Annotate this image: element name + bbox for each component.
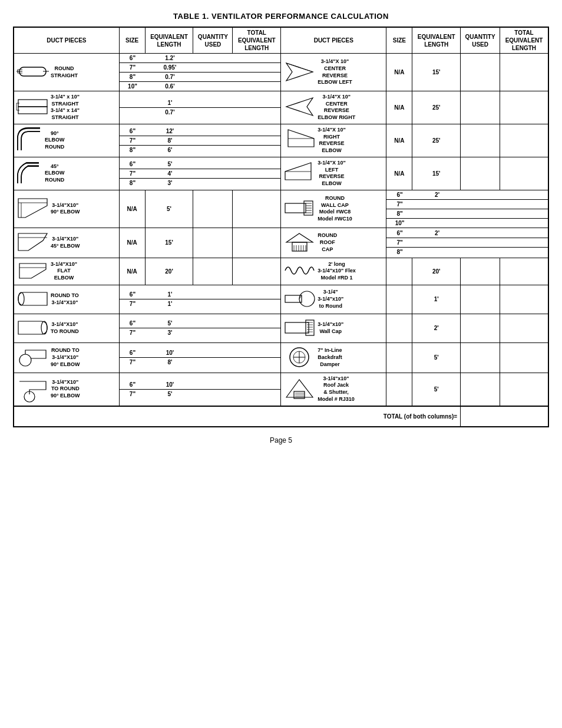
right-size: N/A [386,157,412,190]
left-eq-val: 20' [145,258,193,285]
right-icon [283,288,316,311]
right-qty [461,373,500,406]
right-eq-val: 5' [412,342,461,373]
right-piece-label: 3-1/4"3-1/4"x10"to Round [318,289,343,309]
left-size-val-combined: 6" 1.2' 7" 0.95' 8" 0.7' 10" 0.6' [119,54,280,91]
left-icon [16,317,49,340]
right-piece-label: 7" In-LineBackdraftDamper [318,347,342,368]
left-qty [193,190,233,228]
right-size: N/A [386,91,412,124]
right-eq-val: 15' [412,157,461,190]
right-icon [283,261,316,282]
header-size-right: SIZE [386,27,412,54]
left-qty [193,258,233,285]
left-eq-val: 15' [145,228,193,258]
left-icon [16,197,49,220]
left-piece-cell: 3-1/4"X10"TO ROUND [14,314,119,342]
total-row: TOTAL (of both columns)= [14,406,548,427]
left-eq-val: 5' [145,190,193,228]
left-piece-label: 3-1/4"X10"FLATELBOW [51,261,77,282]
svg-marker-28 [18,233,47,251]
right-total [500,342,548,373]
svg-rect-9 [18,107,47,114]
left-piece-cell: 3-1/4"X10"45° ELBOW [14,228,119,258]
left-icon [16,95,49,120]
svg-marker-13 [286,98,313,116]
right-total [500,124,548,157]
right-eq-val: 25' [412,124,461,157]
svg-marker-6 [286,63,313,81]
right-icon [283,230,316,255]
right-icon [283,377,316,401]
right-piece-label: ROUNDWALL CAPModel #WC8Model #WC10 [318,195,352,223]
left-size-val-combined: 6" 5' 7" 4' 8" 3' [119,157,280,190]
left-piece-cell: 3-1/4" x 10"STRAIGHT3-1/4" x 14"STRAIGHT [14,91,119,124]
right-qty [461,54,500,91]
right-total [500,91,548,124]
right-piece-cell: 3-1/4"X 10"CENTERREVERSEELBOW LEFT [281,54,386,91]
svg-marker-58 [286,380,313,397]
left-piece-cell: 90°ELBOWROUND [14,124,119,157]
left-qty [193,228,233,258]
right-icon [283,161,316,186]
right-eq-val: 15' [412,54,461,91]
right-piece-cell: 3-1/4"X 10"RIGHTREVERSEELBOW [281,124,386,157]
left-icon [16,377,49,401]
svg-point-40 [18,292,24,305]
right-total [500,373,548,406]
right-total [500,314,548,342]
header-duct-pieces-right: DUCT PIECES [281,27,386,54]
right-size [386,342,412,373]
left-piece-label: 3-1/4"X10"TO ROUND90° ELBOW [51,379,80,400]
left-piece-label: 3-1/4"X10"45° ELBOW [51,236,80,249]
left-piece-cell: ROUNDSTRAIGHT [14,54,119,91]
header-qty-right: QUANTITY USED [461,27,500,54]
left-total [233,228,281,258]
total-value-cell [461,406,548,427]
left-size: N/A [119,258,145,285]
right-qty [461,342,500,373]
right-piece-cell: 3-1/4"X 10"LEFTREVERSEELBOW [281,157,386,190]
left-piece-label: ROUND TO3-1/4"X10" [51,292,79,306]
right-piece-cell: 2' long3-1/4"x10" FlexModel #RD 1 [281,258,386,285]
right-size: N/A [386,54,412,91]
left-size-val-combined: 1' 0.7' [119,91,280,124]
left-piece-cell: ROUND TO3-1/4"X10"90° ELBOW [14,342,119,373]
performance-table: DUCT PIECES SIZE EQUIVALENT LENGTH QUANT… [13,27,549,427]
right-qty [461,258,500,285]
svg-marker-38 [19,263,46,278]
right-icon [283,317,316,340]
left-piece-cell: 3-1/4"X10"TO ROUND90° ELBOW [14,373,119,406]
left-piece-cell: 3-1/4"X10"FLATELBOW [14,258,119,285]
left-size: N/A [119,190,145,228]
left-size: N/A [119,228,145,258]
right-piece-cell: 3-1/4"X 10"CENTERREVERSEELBOW RIGHT [281,91,386,124]
left-piece-cell: 45°ELBOWROUND [14,157,119,190]
svg-marker-18 [18,199,47,218]
left-size-val-combined: 6" 5' 7" 3' [119,314,280,342]
svg-rect-8 [18,100,47,107]
right-size [386,285,412,314]
header-total-right: TOTAL EQUIVALENT LENGTH [500,27,548,54]
right-size [386,314,412,342]
left-icon [16,232,49,253]
svg-rect-21 [285,203,306,213]
svg-rect-30 [292,242,307,251]
left-icon [16,345,49,370]
left-icon [16,127,43,154]
left-piece-cell: 3-1/4"X10"90° ELBOW [14,190,119,228]
right-qty [461,91,500,124]
right-qty [461,314,500,342]
right-total [500,54,548,91]
right-size: N/A [386,124,412,157]
left-piece-label: 90°ELBOWROUND [45,130,65,151]
right-icon [283,95,316,120]
left-size-val-combined: 6" 12' 7" 8' 8" 6' [119,124,280,157]
right-icon [283,128,316,153]
right-total [500,157,548,190]
svg-line-7 [286,63,313,72]
svg-point-44 [41,321,47,334]
right-icon [283,346,316,370]
header-eq-length-right: EQUIVALENT LENGTH [412,27,461,54]
svg-marker-31 [286,233,313,242]
